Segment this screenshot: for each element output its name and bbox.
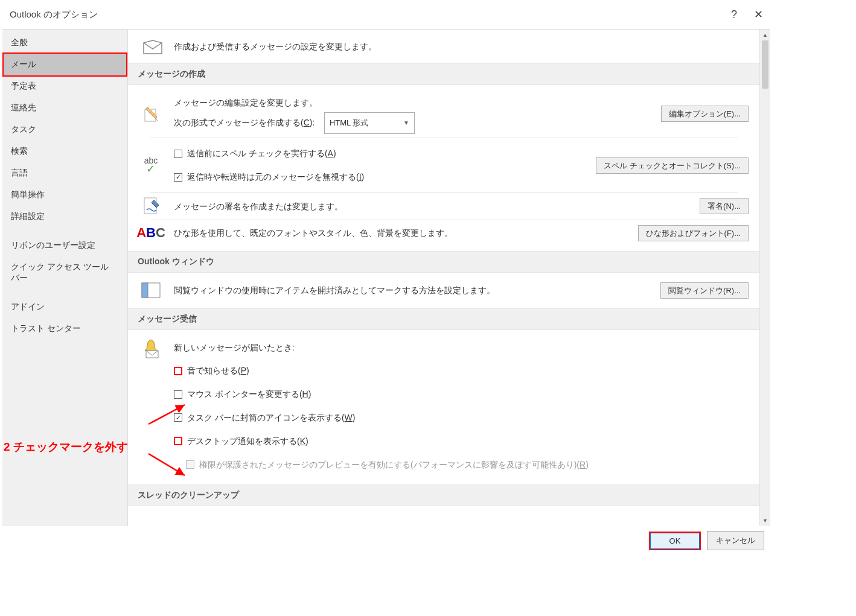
signature-desc: メッセージの署名を作成または変更します。 — [174, 202, 343, 211]
sidebar-item-calendar[interactable]: 予定表 — [2, 75, 127, 97]
taskbar-checkbox-row[interactable]: ✓ タスク バーに封筒のアイコンを表示する(W) — [174, 406, 749, 430]
ok-button[interactable]: OK — [649, 532, 701, 550]
abc-check-icon: abc✓ — [139, 156, 163, 174]
stationery-row: ABC ひな形を使用して、既定のフォントやスタイル、色、背景を変更します。 ひな… — [139, 224, 749, 243]
stationery-icon: ABC — [139, 225, 163, 241]
annotation-2: 2 チェックマークを外す — [4, 439, 128, 455]
pane-icon — [139, 282, 163, 298]
edit-options-row: メッセージの編集設定を変更します。 次の形式でメッセージを作成する(C): HT… — [139, 94, 749, 134]
spell-row: abc✓ 送信前にスペル チェックを実行する(A) ✓ 返信時や転送時は元のメッ… — [139, 142, 749, 189]
scroll-area: 作成および受信するメッセージの設定を変更します。 メッセージの作成 メッセージの… — [128, 30, 759, 526]
checkbox-preview-disabled — [186, 460, 194, 469]
sidebar-item-mail[interactable]: メール — [2, 52, 127, 77]
window-controls: ? ✕ — [731, 8, 763, 21]
spell-options-button[interactable]: スペル チェックとオートコレクト(S)... — [596, 157, 749, 174]
ignore-checkbox-row[interactable]: ✓ 返信時や転送時は元のメッセージを無視する(I) — [174, 165, 585, 189]
stationery-desc: ひな形を使用して、既定のフォントやスタイル、色、背景を変更します。 — [174, 228, 453, 238]
signature-row: メッセージの署名を作成または変更します。 署名(N)... — [139, 197, 749, 216]
chevron-down-icon: ▼ — [403, 116, 409, 130]
spell-checkbox-row[interactable]: 送信前にスペル チェックを実行する(A) — [174, 142, 585, 165]
readingpane-desc: 閲覧ウィンドウの使用時にアイテムを開封済みとしてマークする方法を設定します。 — [174, 285, 495, 295]
format-select[interactable]: HTML 形式 ▼ — [324, 112, 415, 135]
signature-icon — [139, 197, 163, 216]
sidebar-item-addins[interactable]: アドイン — [2, 296, 127, 318]
format-row: 次の形式でメッセージを作成する(C): HTML 形式 ▼ — [174, 112, 650, 135]
section-header-outlookwin: Outlook ウィンドウ — [128, 251, 759, 273]
svg-rect-3 — [142, 283, 148, 297]
intro-text: 作成および受信するメッセージの設定を変更します。 — [174, 42, 377, 52]
cancel-button[interactable]: キャンセル — [707, 531, 764, 550]
vertical-scrollbar[interactable]: ▲ ▼ — [759, 30, 770, 526]
sidebar-item-general[interactable]: 全般 — [2, 32, 127, 54]
envelope-icon — [142, 39, 163, 55]
sidebar-item-tasks[interactable]: タスク — [2, 119, 127, 141]
new-msg-label: 新しいメッセージが届いたとき: — [174, 338, 749, 360]
help-button[interactable]: ? — [731, 8, 737, 21]
scroll-down-button[interactable]: ▼ — [760, 515, 770, 526]
scroll-up-button[interactable]: ▲ — [760, 30, 770, 40]
mouse-checkbox-row[interactable]: マウス ポインターを変更する(H) — [174, 383, 749, 406]
checkbox-taskbar[interactable]: ✓ — [174, 413, 182, 422]
receive-row: 新しいメッセージが届いたとき: 音で知らせる(P) マウス ポインターを変更する… — [139, 338, 749, 477]
sidebar-item-contacts[interactable]: 連絡先 — [2, 97, 127, 119]
sound-checkbox-row[interactable]: 音で知らせる(P) — [174, 359, 749, 383]
checkbox-unchecked[interactable] — [174, 150, 182, 158]
sidebar-item-ease[interactable]: 簡単操作 — [2, 184, 127, 206]
content-area: 作成および受信するメッセージの設定を変更します。 メッセージの作成 メッセージの… — [128, 30, 770, 526]
titlebar: Outlook のオプション ? ✕ — [0, 0, 773, 27]
desktop-checkbox-row[interactable]: デスクトップ通知を表示する(K) — [174, 430, 749, 453]
readingpane-row: 閲覧ウィンドウの使用時にアイテムを開封済みとしてマークする方法を設定します。 閲… — [139, 281, 749, 300]
section-header-thread: スレッドのクリーンアップ — [128, 484, 759, 506]
sidebar-item-trust[interactable]: トラスト センター — [2, 318, 127, 340]
window-title: Outlook のオプション — [10, 9, 98, 21]
signature-button[interactable]: 署名(N)... — [700, 198, 749, 214]
section-header-compose: メッセージの作成 — [128, 63, 759, 85]
bell-envelope-icon — [139, 338, 163, 359]
checkbox-sound[interactable] — [174, 367, 182, 375]
sidebar-item-qat[interactable]: クイック アクセス ツール バー — [2, 256, 127, 289]
checkbox-mouse[interactable] — [174, 390, 182, 399]
checkbox-desktop[interactable] — [174, 437, 182, 445]
preview-checkbox-row: 権限が保護されたメッセージのプレビューを有効にする(パフォーマンスに影響を及ぼす… — [174, 453, 749, 477]
scroll-thumb[interactable] — [762, 40, 768, 89]
edit-icon — [139, 104, 163, 124]
checkbox-checked[interactable]: ✓ — [174, 173, 182, 182]
edit-options-button[interactable]: 編集オプション(E)... — [661, 106, 749, 122]
sidebar-item-language[interactable]: 言語 — [2, 162, 127, 184]
sidebar-item-search[interactable]: 検索 — [2, 141, 127, 162]
readingpane-button[interactable]: 閲覧ウィンドウ(R)... — [660, 282, 749, 299]
section-header-receive: メッセージ受信 — [128, 308, 759, 330]
stationery-button[interactable]: ひな形およびフォント(F)... — [638, 225, 749, 241]
sidebar-item-ribbon[interactable]: リボンのユーザー設定 — [2, 235, 127, 256]
edit-desc: メッセージの編集設定を変更します。 — [174, 94, 650, 112]
close-button[interactable]: ✕ — [754, 8, 763, 21]
sidebar-item-advanced[interactable]: 詳細設定 — [2, 206, 127, 227]
intro-row: 作成および受信するメッセージの設定を変更します。 — [128, 30, 759, 63]
footer: OK キャンセル — [0, 526, 773, 555]
